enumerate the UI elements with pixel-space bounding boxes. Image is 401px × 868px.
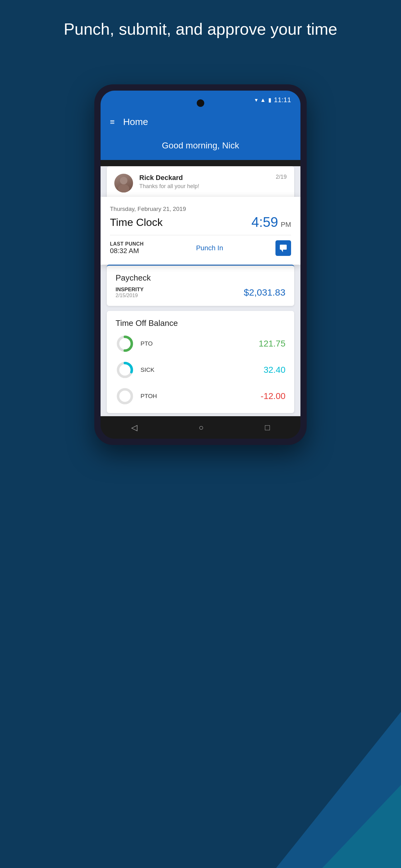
time-off-item-pto: PTO 121.75	[115, 334, 286, 353]
hero-title: Punch, submit, and approve your time	[0, 19, 401, 40]
time-clock-title: Time Clock	[110, 216, 163, 228]
pto-label: PTO	[140, 340, 252, 347]
app-bar-title: Home	[123, 117, 148, 127]
time-off-title: Time Off Balance	[115, 318, 286, 328]
sick-value: 32.40	[264, 365, 286, 375]
chat-icon[interactable]	[275, 240, 291, 256]
ptoh-donut	[115, 387, 134, 406]
time-clock-time-display: 4:59 PM	[252, 214, 291, 230]
punch-in-button[interactable]: Punch In	[196, 244, 223, 252]
phone-body: ▾ ▲ ▮ 11:11 ≡ Home Good morning, Nick	[94, 84, 307, 445]
paycheck-amount: $2,031.83	[244, 287, 286, 298]
nav-back-icon[interactable]: ◁	[131, 423, 137, 432]
last-punch-time: 08:32 AM	[110, 247, 144, 255]
svg-marker-3	[281, 250, 283, 252]
message-header: Rick Deckard 2/19	[139, 174, 287, 182]
paycheck-company: INSPERITY	[115, 286, 144, 293]
time-clock-ampm: PM	[281, 221, 291, 228]
battery-icon: ▮	[268, 97, 271, 103]
time-clock-time: 4:59	[252, 214, 278, 230]
ptoh-value: -12.00	[261, 391, 286, 401]
pto-donut	[115, 334, 134, 353]
time-off-card: Time Off Balance PTO 121.75	[107, 311, 294, 413]
message-content: Rick Deckard 2/19 Thanks for all your he…	[139, 174, 287, 190]
nav-recent-icon[interactable]: □	[265, 423, 270, 432]
avatar	[114, 174, 133, 192]
paycheck-card[interactable]: Paycheck INSPERITY 2/15/2019 $2,031.83	[107, 265, 294, 306]
message-preview: Thanks for all your help!	[139, 183, 287, 190]
time-clock-card: Thursday, February 21, 2019 Time Clock 4…	[101, 197, 300, 265]
cards-area: Rick Deckard 2/19 Thanks for all your he…	[101, 166, 300, 416]
svg-rect-2	[280, 245, 287, 250]
time-off-item-ptoh: PTOH -12.00	[115, 387, 286, 406]
time-clock-divider	[110, 235, 291, 235]
pto-value: 121.75	[259, 339, 286, 349]
avatar-face	[114, 174, 133, 192]
paycheck-date: 2/15/2019	[115, 293, 144, 299]
nav-home-icon[interactable]: ○	[199, 423, 204, 432]
status-bar-right: ▾ ▲ ▮ 11:11	[255, 96, 291, 104]
time-clock-date: Thursday, February 21, 2019	[110, 206, 291, 213]
svg-point-1	[118, 184, 129, 192]
message-sender: Rick Deckard	[139, 174, 183, 182]
last-punch-label: LAST PUNCH	[110, 241, 144, 247]
time-clock-punch-row: LAST PUNCH 08:32 AM Punch In	[110, 240, 291, 256]
camera-notch	[197, 99, 204, 107]
greeting-text: Good morning, Nick	[162, 141, 239, 150]
message-count: 2/19	[276, 174, 287, 180]
time-clock-header: Time Clock 4:59 PM	[110, 214, 291, 230]
sick-donut	[115, 361, 134, 379]
signal-icon: ▲	[260, 97, 266, 103]
bottom-nav: ◁ ○ □	[101, 416, 300, 439]
paycheck-row: INSPERITY 2/15/2019 $2,031.83	[115, 286, 286, 299]
phone-mockup: ▾ ▲ ▮ 11:11 ≡ Home Good morning, Nick	[82, 84, 319, 445]
wifi-icon: ▾	[255, 97, 258, 103]
sick-label: SICK	[140, 367, 257, 373]
svg-point-0	[120, 177, 127, 184]
hamburger-icon[interactable]: ≡	[110, 117, 115, 127]
time-off-item-sick: SICK 32.40	[115, 361, 286, 379]
message-card[interactable]: Rick Deckard 2/19 Thanks for all your he…	[107, 166, 294, 200]
paycheck-meta: INSPERITY 2/15/2019	[115, 286, 144, 299]
paycheck-title: Paycheck	[115, 273, 286, 283]
last-punch-section: LAST PUNCH 08:32 AM	[110, 241, 144, 255]
svg-point-8	[118, 389, 132, 403]
status-bar: ▾ ▲ ▮ 11:11	[101, 91, 300, 110]
phone-screen: ▾ ▲ ▮ 11:11 ≡ Home Good morning, Nick	[101, 91, 300, 439]
app-bar: ≡ Home	[101, 110, 300, 134]
status-time: 11:11	[274, 96, 291, 104]
ptoh-label: PTOH	[140, 393, 255, 400]
greeting-section: Good morning, Nick	[101, 134, 300, 160]
